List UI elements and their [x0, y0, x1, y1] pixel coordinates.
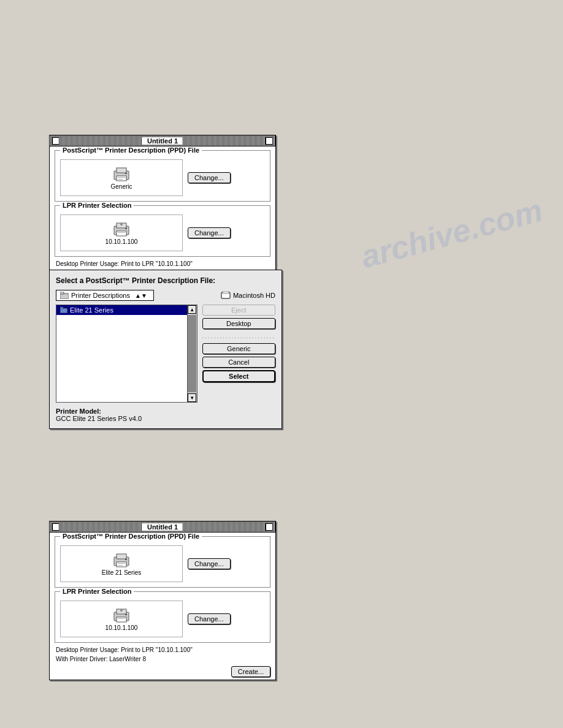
svg-rect-21	[125, 559, 127, 560]
svg-rect-4	[118, 177, 125, 178]
zoom-button-3[interactable]	[266, 523, 273, 531]
ppd-content-1: Generic Change...	[60, 159, 265, 196]
cancel-button[interactable]: Cancel	[202, 357, 275, 368]
file-list-item-selected[interactable]: Elite 21 Series	[56, 305, 187, 315]
window3-title: Untitled 1	[142, 523, 183, 531]
lpr-group-1: LPR Printer Selection 10.10.1.100 Change…	[55, 205, 270, 257]
lpr-icon-label-3: 10.10.1.100	[105, 624, 138, 631]
svg-rect-17	[60, 307, 63, 309]
desktop-button[interactable]: Desktop	[202, 318, 275, 329]
close-button-3[interactable]	[52, 523, 59, 531]
printer-icon-1	[112, 166, 131, 183]
folder-popup-icon	[60, 292, 69, 299]
close-button-1[interactable]	[52, 137, 59, 145]
generic-button[interactable]: Generic	[202, 343, 275, 354]
lpr-group-label-3: LPR Printer Selection	[60, 588, 134, 595]
dialog-top-row: Printer Descriptions ▲▼ Macintosh HD	[56, 290, 275, 301]
svg-rect-26	[117, 617, 126, 622]
ppd-icon-box-1: Generic	[60, 159, 183, 196]
ppd-group-label-1: PostScript™ Printer Description (PPD) Fi…	[60, 146, 202, 154]
printer-model-label: Printer Model:	[56, 408, 101, 415]
dialog-content: Select a PostScript™ Printer Description…	[50, 270, 282, 428]
zoom-button-1[interactable]	[266, 137, 273, 145]
svg-rect-13	[60, 292, 64, 294]
svg-rect-15	[223, 291, 229, 294]
lpr-change-button-3[interactable]: Change...	[188, 613, 231, 624]
dialog-buttons: Eject Desktop ......................... …	[202, 305, 275, 403]
svg-rect-5	[118, 179, 123, 180]
ppd-group-3: PostScript™ Printer Description (PPD) Fi…	[55, 536, 270, 588]
file-item-label: Elite 21 Series	[70, 306, 113, 314]
lpr-change-button-1[interactable]: Change...	[188, 227, 231, 238]
ppd-icon-label-3: Elite 21 Series	[102, 569, 141, 576]
ppd-content-3: Elite 21 Series Change...	[60, 545, 265, 582]
svg-rect-23	[118, 565, 123, 566]
svg-rect-22	[118, 563, 125, 564]
svg-rect-11	[118, 232, 125, 233]
window3-untitled: Untitled 1 PostScript™ Printer Descripti…	[49, 521, 276, 680]
select-button[interactable]: Select	[202, 370, 275, 382]
ppd-change-button-3[interactable]: Change...	[188, 558, 231, 569]
svg-rect-20	[117, 562, 126, 567]
svg-rect-19	[117, 554, 126, 559]
status-line1-3: Desktop Printer Usage: Print to LPR "10.…	[56, 646, 270, 653]
separator-dots: .........................	[202, 333, 275, 339]
svg-rect-9	[125, 228, 127, 229]
macintosh-hd: Macintosh HD	[221, 291, 275, 300]
svg-rect-27	[125, 614, 127, 615]
popup-menu-arrow: ▲▼	[135, 292, 147, 299]
printer-model-value: GCC Elite 21 Series PS v4.0	[56, 415, 142, 422]
window1-title: Untitled 1	[142, 137, 183, 145]
printer-model-section: Printer Model: GCC Elite 21 Series PS v4…	[56, 408, 275, 422]
file-list-area: Elite 21 Series ▲ ▼ Eject Desktop ......…	[56, 305, 275, 403]
lpr-icon-label-1: 10.10.1.100	[105, 238, 138, 245]
lpr-content-3: 10.10.1.100 Change...	[60, 601, 265, 637]
svg-point-10	[120, 223, 123, 226]
svg-rect-29	[118, 618, 125, 619]
scrollbar-up[interactable]: ▲	[188, 305, 196, 314]
ppd-icon-box-3: Elite 21 Series	[60, 545, 183, 582]
create-button-3[interactable]: Create...	[231, 666, 270, 677]
dialog-title: Select a PostScript™ Printer Description…	[56, 276, 275, 285]
ppd-icon-label-1: Generic	[110, 183, 132, 190]
lpr-group-3: LPR Printer Selection 10.10.1.100 Change…	[55, 591, 270, 643]
create-row-3: Create...	[50, 664, 275, 680]
lpr-icon-box-3: 10.10.1.100	[60, 601, 183, 637]
svg-point-28	[120, 609, 123, 612]
titlebar-1: Untitled 1	[50, 135, 275, 146]
window2-ppd-dialog: Select a PostScript™ Printer Description…	[49, 270, 282, 429]
status-line1-1: Desktop Printer Usage: Print to LPR "10.…	[56, 260, 270, 267]
ppd-group-label-3: PostScript™ Printer Description (PPD) Fi…	[60, 533, 202, 540]
svg-rect-2	[117, 176, 126, 181]
scrollbar-down[interactable]: ▼	[188, 393, 196, 402]
popup-menu[interactable]: Printer Descriptions ▲▼	[56, 290, 154, 301]
lpr-group-label-1: LPR Printer Selection	[60, 202, 134, 209]
watermark: archive.com	[357, 191, 546, 276]
eject-button: Eject	[202, 305, 275, 316]
popup-menu-label: Printer Descriptions	[71, 292, 130, 299]
svg-rect-1	[117, 168, 126, 173]
file-list-scrollbar: ▲ ▼	[188, 305, 197, 403]
status-line2-3: With Printer Driver: LaserWriter 8	[56, 656, 270, 662]
volume-label: Macintosh HD	[233, 292, 275, 299]
titlebar-3: Untitled 1	[50, 521, 275, 533]
ppd-change-button-1[interactable]: Change...	[188, 172, 231, 183]
ppd-group-1: PostScript™ Printer Description (PPD) Fi…	[55, 150, 270, 202]
network-printer-icon-3	[112, 607, 131, 624]
lpr-content-1: 10.10.1.100 Change...	[60, 214, 265, 251]
svg-rect-8	[117, 231, 126, 236]
scrollbar-thumb	[188, 315, 196, 392]
svg-rect-3	[125, 173, 127, 174]
file-list[interactable]: Elite 21 Series	[56, 305, 188, 403]
hd-icon	[221, 291, 231, 300]
lpr-icon-box-1: 10.10.1.100	[60, 214, 183, 251]
file-icon	[60, 307, 67, 313]
printer-icon-3	[112, 552, 131, 569]
network-printer-icon-1	[112, 221, 131, 238]
